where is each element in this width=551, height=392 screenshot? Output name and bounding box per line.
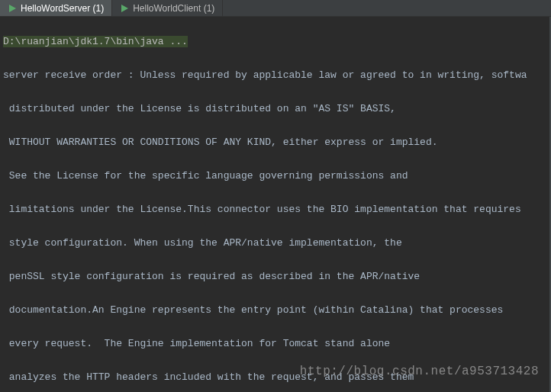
console-line: WITHOUT WARRANTIES OR CONDITIONS OF ANY … [3,134,551,151]
console-output[interactable]: D:\ruanjian\jdk1.7\bin\java ... server r… [0,17,551,392]
svg-marker-0 [9,5,16,12]
tab-label: HelloWorldClient (1) [133,3,214,14]
svg-marker-1 [121,5,128,12]
tab-label: HelloWordServer (1) [21,3,104,14]
console-line: penSSL style configuration is required a… [3,268,551,285]
console-line: limitations under the License.This conne… [3,201,551,218]
run-icon [8,4,17,13]
command-line: D:\ruanjian\jdk1.7\bin\java ... [3,36,188,47]
watermark-text: http://blog.csdn.net/a953713428 [300,365,539,378]
tab-server[interactable]: HelloWordServer (1) [0,0,112,16]
console-line: documentation.An Engine represents the e… [3,302,551,319]
console-line: every request. The Engine implementation… [3,336,551,352]
tab-client[interactable]: HelloWorldClient (1) [112,0,223,16]
console-line: D:\ruanjian\jdk1.7\bin\java ... [3,34,551,50]
console-tab-bar: HelloWordServer (1) HelloWorldClient (1) [0,0,551,17]
console-line: See the License for the specific languag… [3,168,551,185]
console-line: server receive order : Unless required b… [3,67,551,84]
console-line: style configuration. When using the APR/… [3,235,551,252]
run-icon [120,4,129,13]
console-line: distributed under the License is distrib… [3,101,551,117]
